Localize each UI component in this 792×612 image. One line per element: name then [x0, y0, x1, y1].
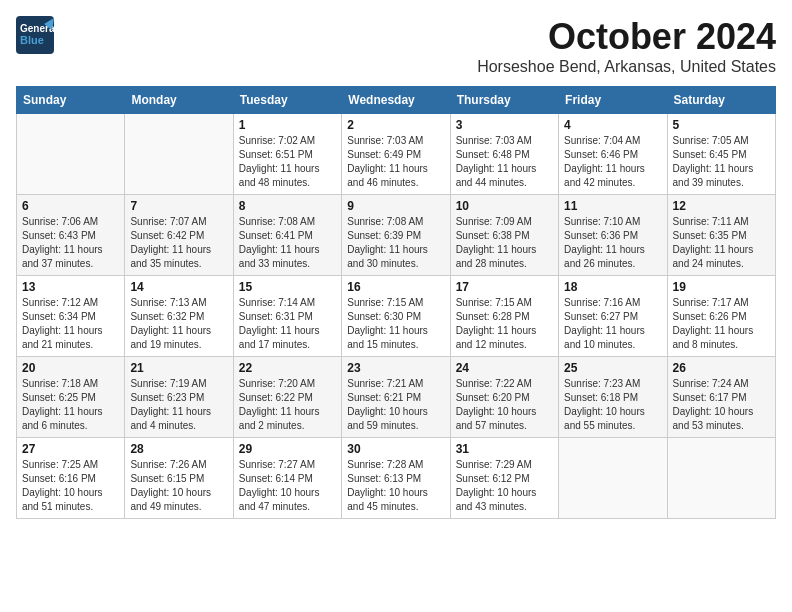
day-info: Sunrise: 7:04 AM Sunset: 6:46 PM Dayligh…: [564, 134, 661, 190]
calendar-day-cell: [667, 438, 775, 519]
weekday-header: Sunday: [17, 87, 125, 114]
day-info: Sunrise: 7:05 AM Sunset: 6:45 PM Dayligh…: [673, 134, 770, 190]
day-number: 22: [239, 361, 336, 375]
day-info: Sunrise: 7:28 AM Sunset: 6:13 PM Dayligh…: [347, 458, 444, 514]
day-info: Sunrise: 7:02 AM Sunset: 6:51 PM Dayligh…: [239, 134, 336, 190]
day-info: Sunrise: 7:03 AM Sunset: 6:48 PM Dayligh…: [456, 134, 553, 190]
calendar-week-row: 27Sunrise: 7:25 AM Sunset: 6:16 PM Dayli…: [17, 438, 776, 519]
day-number: 7: [130, 199, 227, 213]
location-title: Horseshoe Bend, Arkansas, United States: [477, 58, 776, 76]
calendar-day-cell: 28Sunrise: 7:26 AM Sunset: 6:15 PM Dayli…: [125, 438, 233, 519]
day-number: 13: [22, 280, 119, 294]
day-info: Sunrise: 7:18 AM Sunset: 6:25 PM Dayligh…: [22, 377, 119, 433]
calendar-day-cell: 20Sunrise: 7:18 AM Sunset: 6:25 PM Dayli…: [17, 357, 125, 438]
day-info: Sunrise: 7:23 AM Sunset: 6:18 PM Dayligh…: [564, 377, 661, 433]
day-info: Sunrise: 7:20 AM Sunset: 6:22 PM Dayligh…: [239, 377, 336, 433]
calendar-day-cell: 22Sunrise: 7:20 AM Sunset: 6:22 PM Dayli…: [233, 357, 341, 438]
calendar-week-row: 13Sunrise: 7:12 AM Sunset: 6:34 PM Dayli…: [17, 276, 776, 357]
day-number: 4: [564, 118, 661, 132]
day-info: Sunrise: 7:29 AM Sunset: 6:12 PM Dayligh…: [456, 458, 553, 514]
calendar-day-cell: 30Sunrise: 7:28 AM Sunset: 6:13 PM Dayli…: [342, 438, 450, 519]
day-number: 10: [456, 199, 553, 213]
day-info: Sunrise: 7:08 AM Sunset: 6:39 PM Dayligh…: [347, 215, 444, 271]
day-number: 8: [239, 199, 336, 213]
day-number: 15: [239, 280, 336, 294]
calendar-week-row: 20Sunrise: 7:18 AM Sunset: 6:25 PM Dayli…: [17, 357, 776, 438]
day-number: 5: [673, 118, 770, 132]
day-number: 27: [22, 442, 119, 456]
day-number: 19: [673, 280, 770, 294]
day-info: Sunrise: 7:15 AM Sunset: 6:30 PM Dayligh…: [347, 296, 444, 352]
calendar-day-cell: 26Sunrise: 7:24 AM Sunset: 6:17 PM Dayli…: [667, 357, 775, 438]
calendar-day-cell: 7Sunrise: 7:07 AM Sunset: 6:42 PM Daylig…: [125, 195, 233, 276]
calendar-week-row: 1Sunrise: 7:02 AM Sunset: 6:51 PM Daylig…: [17, 114, 776, 195]
day-number: 16: [347, 280, 444, 294]
title-block: October 2024 Horseshoe Bend, Arkansas, U…: [477, 16, 776, 76]
day-info: Sunrise: 7:03 AM Sunset: 6:49 PM Dayligh…: [347, 134, 444, 190]
day-info: Sunrise: 7:08 AM Sunset: 6:41 PM Dayligh…: [239, 215, 336, 271]
calendar-day-cell: 10Sunrise: 7:09 AM Sunset: 6:38 PM Dayli…: [450, 195, 558, 276]
calendar-day-cell: 14Sunrise: 7:13 AM Sunset: 6:32 PM Dayli…: [125, 276, 233, 357]
day-number: 28: [130, 442, 227, 456]
day-info: Sunrise: 7:10 AM Sunset: 6:36 PM Dayligh…: [564, 215, 661, 271]
weekday-header: Thursday: [450, 87, 558, 114]
day-number: 12: [673, 199, 770, 213]
calendar-day-cell: 18Sunrise: 7:16 AM Sunset: 6:27 PM Dayli…: [559, 276, 667, 357]
day-number: 1: [239, 118, 336, 132]
calendar-day-cell: 2Sunrise: 7:03 AM Sunset: 6:49 PM Daylig…: [342, 114, 450, 195]
day-info: Sunrise: 7:26 AM Sunset: 6:15 PM Dayligh…: [130, 458, 227, 514]
day-number: 24: [456, 361, 553, 375]
calendar-day-cell: 1Sunrise: 7:02 AM Sunset: 6:51 PM Daylig…: [233, 114, 341, 195]
day-number: 20: [22, 361, 119, 375]
day-info: Sunrise: 7:21 AM Sunset: 6:21 PM Dayligh…: [347, 377, 444, 433]
day-number: 6: [22, 199, 119, 213]
page-header: General Blue October 2024 Horseshoe Bend…: [16, 16, 776, 76]
calendar-day-cell: 12Sunrise: 7:11 AM Sunset: 6:35 PM Dayli…: [667, 195, 775, 276]
day-info: Sunrise: 7:25 AM Sunset: 6:16 PM Dayligh…: [22, 458, 119, 514]
calendar-day-cell: [17, 114, 125, 195]
day-number: 30: [347, 442, 444, 456]
day-info: Sunrise: 7:13 AM Sunset: 6:32 PM Dayligh…: [130, 296, 227, 352]
calendar-day-cell: 4Sunrise: 7:04 AM Sunset: 6:46 PM Daylig…: [559, 114, 667, 195]
day-number: 2: [347, 118, 444, 132]
weekday-header-row: SundayMondayTuesdayWednesdayThursdayFrid…: [17, 87, 776, 114]
calendar-day-cell: 27Sunrise: 7:25 AM Sunset: 6:16 PM Dayli…: [17, 438, 125, 519]
svg-text:Blue: Blue: [20, 34, 44, 46]
day-info: Sunrise: 7:11 AM Sunset: 6:35 PM Dayligh…: [673, 215, 770, 271]
calendar-day-cell: [125, 114, 233, 195]
day-info: Sunrise: 7:24 AM Sunset: 6:17 PM Dayligh…: [673, 377, 770, 433]
month-title: October 2024: [477, 16, 776, 58]
day-number: 18: [564, 280, 661, 294]
day-number: 11: [564, 199, 661, 213]
day-number: 14: [130, 280, 227, 294]
day-number: 29: [239, 442, 336, 456]
day-info: Sunrise: 7:22 AM Sunset: 6:20 PM Dayligh…: [456, 377, 553, 433]
day-info: Sunrise: 7:09 AM Sunset: 6:38 PM Dayligh…: [456, 215, 553, 271]
day-info: Sunrise: 7:15 AM Sunset: 6:28 PM Dayligh…: [456, 296, 553, 352]
calendar-day-cell: 29Sunrise: 7:27 AM Sunset: 6:14 PM Dayli…: [233, 438, 341, 519]
calendar-week-row: 6Sunrise: 7:06 AM Sunset: 6:43 PM Daylig…: [17, 195, 776, 276]
calendar-day-cell: 23Sunrise: 7:21 AM Sunset: 6:21 PM Dayli…: [342, 357, 450, 438]
day-info: Sunrise: 7:12 AM Sunset: 6:34 PM Dayligh…: [22, 296, 119, 352]
calendar-day-cell: 3Sunrise: 7:03 AM Sunset: 6:48 PM Daylig…: [450, 114, 558, 195]
calendar-day-cell: 19Sunrise: 7:17 AM Sunset: 6:26 PM Dayli…: [667, 276, 775, 357]
day-info: Sunrise: 7:14 AM Sunset: 6:31 PM Dayligh…: [239, 296, 336, 352]
calendar-day-cell: [559, 438, 667, 519]
day-number: 31: [456, 442, 553, 456]
day-number: 23: [347, 361, 444, 375]
calendar-day-cell: 13Sunrise: 7:12 AM Sunset: 6:34 PM Dayli…: [17, 276, 125, 357]
weekday-header: Monday: [125, 87, 233, 114]
calendar-day-cell: 11Sunrise: 7:10 AM Sunset: 6:36 PM Dayli…: [559, 195, 667, 276]
calendar-day-cell: 5Sunrise: 7:05 AM Sunset: 6:45 PM Daylig…: [667, 114, 775, 195]
day-info: Sunrise: 7:16 AM Sunset: 6:27 PM Dayligh…: [564, 296, 661, 352]
calendar-day-cell: 24Sunrise: 7:22 AM Sunset: 6:20 PM Dayli…: [450, 357, 558, 438]
weekday-header: Wednesday: [342, 87, 450, 114]
day-info: Sunrise: 7:19 AM Sunset: 6:23 PM Dayligh…: [130, 377, 227, 433]
day-info: Sunrise: 7:17 AM Sunset: 6:26 PM Dayligh…: [673, 296, 770, 352]
day-info: Sunrise: 7:27 AM Sunset: 6:14 PM Dayligh…: [239, 458, 336, 514]
day-number: 3: [456, 118, 553, 132]
logo-icon: General Blue: [16, 16, 54, 54]
calendar-day-cell: 25Sunrise: 7:23 AM Sunset: 6:18 PM Dayli…: [559, 357, 667, 438]
calendar-day-cell: 21Sunrise: 7:19 AM Sunset: 6:23 PM Dayli…: [125, 357, 233, 438]
calendar-table: SundayMondayTuesdayWednesdayThursdayFrid…: [16, 86, 776, 519]
